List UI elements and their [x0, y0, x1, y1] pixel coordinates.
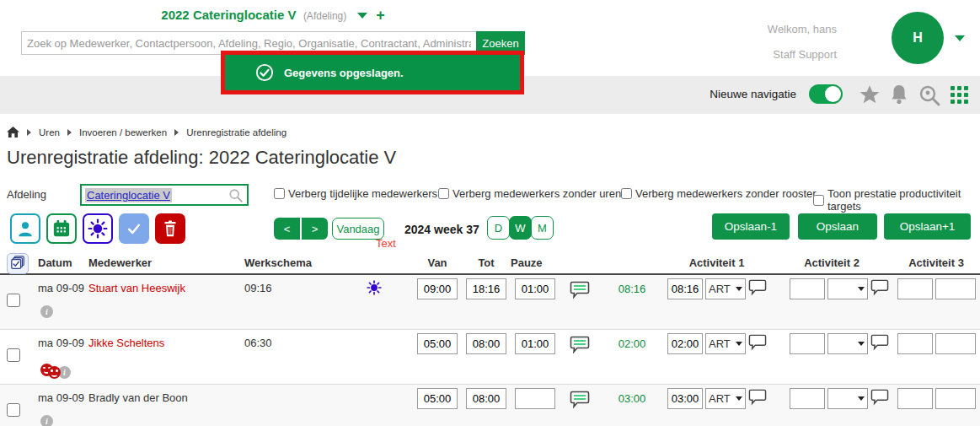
comment-filled-icon[interactable]	[570, 336, 590, 357]
cao-warning-icon[interactable]	[48, 366, 61, 379]
select-all-button[interactable]	[7, 253, 29, 274]
row-select-checkbox[interactable]	[7, 403, 20, 417]
search-location-icon[interactable]	[918, 84, 941, 107]
user-info: Welkom, hans Staff Support	[768, 17, 837, 67]
pauze-input[interactable]	[515, 333, 555, 354]
comment-empty-icon[interactable]	[748, 334, 767, 353]
pauze-input[interactable]	[515, 388, 555, 409]
activity1-value: ART	[709, 337, 731, 350]
comment-empty-icon[interactable]	[870, 334, 889, 353]
checkbox-verberg-tijdelijke[interactable]: Verberg tijdelijke medewerkers	[274, 187, 437, 200]
activity1-select[interactable]: ART	[705, 333, 746, 354]
activity2-hours-input[interactable]	[790, 388, 825, 409]
breadcrumb-separator-icon	[174, 129, 179, 136]
breadcrumb-uren[interactable]: Uren	[39, 127, 60, 138]
activity1-hours-input[interactable]	[667, 278, 703, 299]
calendar-button[interactable]	[46, 213, 77, 244]
activity1-hours-input[interactable]	[667, 333, 703, 354]
employee-name-link[interactable]: Jikke Scheltens	[88, 330, 244, 349]
van-input[interactable]	[417, 388, 458, 409]
activity1-select[interactable]: ART	[705, 278, 746, 299]
prev-week-button[interactable]: <	[274, 218, 300, 240]
tot-input[interactable]	[466, 333, 506, 354]
select-button[interactable]	[119, 213, 149, 244]
next-week-button[interactable]: >	[302, 218, 328, 240]
checkbox-verberg-zonder-uren-box[interactable]	[438, 188, 449, 199]
info-icon[interactable]: i	[40, 305, 53, 318]
check-icon	[126, 220, 142, 237]
activity2-select[interactable]	[827, 333, 868, 354]
account-menu-caret-icon[interactable]	[955, 35, 965, 41]
tot-input[interactable]	[466, 278, 506, 299]
afdeling-input[interactable]: Cateringlocatie V	[80, 184, 249, 206]
context-selector[interactable]: 2022 Cateringlocatie V (Afdeling) +	[21, 7, 525, 31]
header-tot: Tot	[462, 256, 511, 269]
home-icon[interactable]	[7, 127, 19, 138]
star-icon[interactable]	[859, 84, 881, 105]
checkbox-verberg-zonder-rooster[interactable]: Verberg medewerkers zonder rooster	[621, 187, 817, 200]
view-day-button[interactable]: D	[487, 216, 510, 240]
select-all-pages-icon	[10, 256, 25, 271]
tot-input[interactable]	[466, 388, 506, 409]
van-input[interactable]	[417, 278, 458, 299]
save-prev-button[interactable]: Opslaan-1	[712, 213, 790, 240]
activity3-select[interactable]	[935, 333, 976, 354]
header-werkschema: Werkschema	[244, 256, 367, 269]
comment-filled-icon[interactable]	[570, 281, 590, 302]
add-context-icon[interactable]: +	[376, 7, 385, 24]
context-title[interactable]: 2022 Cateringlocatie V	[161, 8, 296, 22]
afdeling-value: Cateringlocatie V	[85, 188, 172, 202]
activity2-hours-input[interactable]	[790, 333, 825, 354]
activity2-hours-input[interactable]	[790, 278, 825, 299]
info-icon[interactable]: i	[40, 415, 53, 426]
comment-filled-icon[interactable]	[570, 391, 590, 412]
save-button[interactable]: Opslaan	[798, 213, 877, 240]
breadcrumb-urenregistratie-afdeling[interactable]: Urenregistratie afdeling	[186, 127, 287, 138]
row-select-checkbox[interactable]	[7, 348, 20, 362]
header-activiteit-3: Activiteit 3	[897, 256, 980, 269]
avatar[interactable]: H	[892, 12, 944, 64]
activity3-hours-input[interactable]	[897, 333, 933, 354]
employee-name-link[interactable]: Stuart van Heeswijk	[88, 275, 244, 294]
van-input[interactable]	[417, 333, 458, 354]
header-medewerker: Medewerker	[88, 256, 244, 269]
breadcrumb-separator-icon	[67, 129, 72, 136]
comment-empty-icon[interactable]	[748, 389, 767, 408]
activity3-select[interactable]	[935, 278, 976, 299]
checkbox-verberg-zonder-rooster-box[interactable]	[621, 188, 632, 199]
timesheet-table: Datum Medewerker Werkschema Van Tot Pauz…	[0, 252, 980, 426]
activity2-select[interactable]	[827, 388, 868, 409]
person-icon	[16, 219, 35, 238]
chevron-down-icon	[858, 287, 865, 291]
checkbox-label: Verberg medewerkers zonder rooster	[635, 187, 817, 200]
breadcrumb-invoeren-bewerken[interactable]: Invoeren / bewerken	[79, 127, 167, 138]
comment-empty-icon[interactable]	[870, 389, 889, 408]
text-annotation: Text	[376, 237, 396, 250]
schedule-button[interactable]	[83, 213, 113, 244]
activity1-hours-input[interactable]	[667, 388, 703, 409]
apps-grid-icon[interactable]	[951, 86, 968, 104]
comment-empty-icon[interactable]	[870, 279, 889, 299]
bell-icon[interactable]	[889, 84, 909, 105]
employee-name-link[interactable]: Bradly van der Boon	[88, 385, 244, 404]
delete-button[interactable]	[155, 213, 185, 244]
activity3-hours-input[interactable]	[897, 388, 933, 409]
checkbox-verberg-tijdelijke-box[interactable]	[274, 188, 285, 199]
checkbox-verberg-zonder-uren[interactable]: Verberg medewerkers zonder uren	[438, 187, 621, 200]
row-select-checkbox[interactable]	[7, 294, 20, 307]
view-week-button[interactable]: W	[509, 216, 532, 240]
activity3-hours-input[interactable]	[897, 278, 933, 299]
chevron-down-icon[interactable]	[357, 13, 367, 19]
save-next-button[interactable]: Opslaan+1	[884, 213, 971, 240]
employees-button[interactable]	[10, 213, 40, 244]
pauze-input[interactable]	[515, 278, 555, 299]
checkbox-toon-prestatie-box[interactable]	[813, 195, 824, 206]
activity2-select[interactable]	[827, 278, 868, 299]
view-month-button[interactable]: M	[531, 216, 554, 240]
new-navigation-toggle[interactable]	[809, 84, 843, 104]
checkbox-toon-prestatie[interactable]: Toon prestatie productiviteit targets	[813, 187, 980, 213]
sun-icon	[367, 280, 382, 295]
activity3-select[interactable]	[935, 388, 976, 409]
activity1-select[interactable]: ART	[705, 388, 746, 409]
comment-empty-icon[interactable]	[748, 279, 767, 299]
